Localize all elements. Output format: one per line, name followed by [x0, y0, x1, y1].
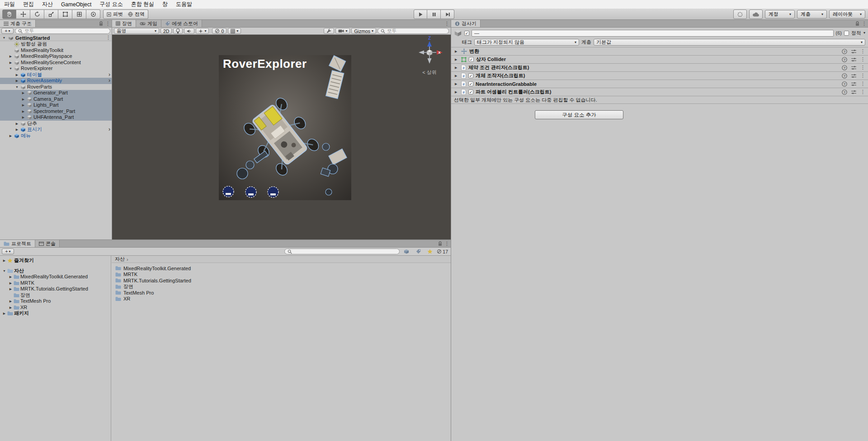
- presets-icon[interactable]: [851, 74, 856, 78]
- hierarchy-item[interactable]: ▶MixedRealityPlayspace: [0, 53, 112, 60]
- help-icon[interactable]: ?: [842, 65, 847, 70]
- presets-icon[interactable]: [851, 49, 856, 54]
- expand-arrow-icon[interactable]: ▶: [21, 96, 26, 103]
- component-menu-icon[interactable]: ⋮: [860, 65, 864, 70]
- tab-console[interactable]: 콘솔: [35, 240, 60, 247]
- global-toggle-button[interactable]: 전역: [125, 9, 148, 19]
- label-icon[interactable]: [413, 249, 423, 255]
- scene-canvas[interactable]: RoverExplorer Z X <: [112, 35, 451, 239]
- gizmo-back-label[interactable]: < 상위: [413, 69, 446, 76]
- static-dropdown-icon[interactable]: ▾: [863, 31, 865, 35]
- help-icon[interactable]: ?: [842, 73, 847, 79]
- collab-cloud-button[interactable]: [749, 9, 763, 19]
- add-component-button[interactable]: 구성 요소 추가: [535, 110, 623, 119]
- component-enabled-checkbox[interactable]: ✓: [468, 81, 473, 86]
- hidden-packages-count[interactable]: 17: [437, 249, 449, 254]
- gizmos-dropdown[interactable]: Gizmos▾: [351, 28, 376, 34]
- project-tree-item-asset-folder[interactable]: ▶XR: [0, 305, 111, 311]
- component-enabled-checkbox[interactable]: ✓: [468, 89, 473, 94]
- lock-icon[interactable]: [438, 241, 442, 246]
- tag-dropdown[interactable]: 태그가 지정되지 않음▾: [474, 39, 579, 46]
- expand-arrow-icon[interactable]: ▶: [21, 102, 26, 108]
- menu-item[interactable]: 자산: [38, 0, 57, 9]
- component-menu-icon[interactable]: ⋮: [860, 48, 864, 54]
- expand-arrow-icon[interactable]: ▶: [455, 82, 459, 86]
- component-menu-icon[interactable]: ⋮: [860, 56, 864, 62]
- hidden-objects-button[interactable]: 0: [212, 28, 226, 34]
- expand-arrow-icon[interactable]: ▶: [8, 305, 13, 311]
- project-tree-item-favorites[interactable]: ▶즐겨찾기: [0, 258, 111, 264]
- inspector-component-header[interactable]: ▶#✓개체 조작자(스크립트)?⋮: [451, 72, 868, 80]
- hierarchy-item[interactable]: ▶단추: [0, 121, 112, 127]
- panel-menu-icon[interactable]: ⋮: [105, 21, 109, 27]
- create-button[interactable]: +▾: [2, 249, 14, 254]
- help-icon[interactable]: ?: [842, 49, 847, 54]
- tab-project[interactable]: 프로젝트: [0, 240, 35, 247]
- scene-camera-dropdown[interactable]: ▾: [335, 28, 350, 34]
- hierarchy-item[interactable]: ▶Spectrometer_Part: [0, 108, 112, 115]
- rotate-tool-button[interactable]: [30, 9, 44, 19]
- rect-tool-button[interactable]: [58, 9, 72, 19]
- effects-dropdown-button[interactable]: ▾: [196, 28, 209, 34]
- grid-dropdown-button[interactable]: ▾: [228, 28, 241, 34]
- project-file-item[interactable]: MRTK.Tutorials.GettingStarted: [112, 277, 451, 284]
- component-menu-icon[interactable]: ⋮: [860, 89, 864, 95]
- tab-inspector[interactable]: 검사기: [451, 20, 481, 27]
- create-button[interactable]: +▾: [1, 28, 14, 34]
- expand-arrow-icon[interactable]: ▶: [8, 133, 13, 139]
- scene-orientation-gizmo[interactable]: Z X < 상위: [413, 36, 446, 76]
- project-file-item[interactable]: XR: [112, 296, 451, 302]
- layout-dropdown[interactable]: 레이아웃▾: [829, 10, 865, 19]
- project-tree-item-asset-folder[interactable]: ▶MRTK: [0, 280, 111, 286]
- step-button[interactable]: [441, 9, 454, 19]
- presets-icon[interactable]: [851, 57, 856, 62]
- scale-tool-button[interactable]: [44, 9, 58, 19]
- help-icon[interactable]: ?: [842, 81, 847, 87]
- scene-search-input[interactable]: 모두: [377, 28, 449, 34]
- expand-arrow-icon[interactable]: ▼: [2, 268, 7, 274]
- project-file-item[interactable]: 장면: [112, 284, 451, 290]
- hierarchy-item[interactable]: ▶테이블›: [0, 72, 112, 78]
- hierarchy-item[interactable]: ▶Generator_Part: [0, 90, 112, 96]
- expand-arrow-icon[interactable]: ▼: [8, 66, 13, 72]
- expand-arrow-icon[interactable]: ▶: [455, 66, 459, 70]
- panel-menu-icon[interactable]: ⋮: [444, 21, 448, 27]
- expand-arrow-icon[interactable]: ▶: [8, 60, 13, 66]
- 2d-toggle-button[interactable]: 2D: [160, 28, 172, 34]
- presets-icon[interactable]: [851, 90, 856, 94]
- account-dropdown[interactable]: 계정▾: [765, 10, 795, 19]
- hierarchy-item[interactable]: ▶MixedRealitySceneContent: [0, 60, 112, 66]
- inspector-component-header[interactable]: ▶#✓파트 어셈블리 컨트롤러(스크립트)?⋮: [451, 88, 868, 96]
- expand-arrow-icon[interactable]: ▶: [14, 78, 19, 84]
- expand-arrow-icon[interactable]: ▶: [455, 90, 459, 94]
- lighting-toggle-button[interactable]: [173, 28, 183, 34]
- hierarchy-item[interactable]: ▶표시기›: [0, 127, 112, 133]
- prefab-open-arrow[interactable]: ›: [108, 126, 110, 132]
- expand-arrow-icon[interactable]: ▶: [21, 114, 26, 121]
- project-file-item[interactable]: TextMesh Pro: [112, 290, 451, 296]
- layers-dropdown[interactable]: 계층▾: [797, 10, 827, 19]
- tab-scene[interactable]: 장면: [112, 20, 136, 27]
- expand-arrow-icon[interactable]: ▶: [14, 127, 19, 133]
- lock-icon[interactable]: [855, 21, 859, 26]
- shading-mode-dropdown[interactable]: 음영▾: [114, 28, 159, 34]
- inspector-component-header[interactable]: ▶#제약 조건 관리자(스크립트)?⋮: [451, 64, 868, 72]
- expand-arrow-icon[interactable]: ▶: [455, 58, 459, 61]
- help-icon[interactable]: ?: [842, 89, 847, 95]
- hierarchy-item[interactable]: ▼RoverParts: [0, 84, 112, 90]
- panel-menu-icon[interactable]: ⋮: [444, 241, 448, 247]
- expand-arrow-icon[interactable]: ▶: [8, 286, 13, 292]
- hierarchy-item[interactable]: ▶RoverAssembly›: [0, 78, 112, 84]
- component-enabled-checkbox[interactable]: ✓: [469, 57, 474, 62]
- expand-arrow-icon[interactable]: ▼: [14, 84, 19, 90]
- project-tree-item-asset-folder[interactable]: ▶MixedRealityToolkit.Generated: [0, 274, 111, 280]
- expand-arrow-icon[interactable]: ▶: [14, 72, 19, 78]
- hierarchy-item[interactable]: ▶Lights_Part: [0, 102, 112, 108]
- hierarchy-item[interactable]: ▶메뉴: [0, 133, 112, 139]
- hierarchy-item[interactable]: ▶UHFAntenna_Part: [0, 114, 112, 121]
- inspector-component-header[interactable]: ▶✓상자 Collider?⋮: [451, 56, 868, 64]
- custom-tool-button[interactable]: [86, 9, 100, 19]
- component-menu-icon[interactable]: ⋮: [860, 81, 864, 87]
- audio-toggle-button[interactable]: [184, 28, 194, 34]
- tab-hierarchy[interactable]: 계층 구조: [0, 20, 36, 27]
